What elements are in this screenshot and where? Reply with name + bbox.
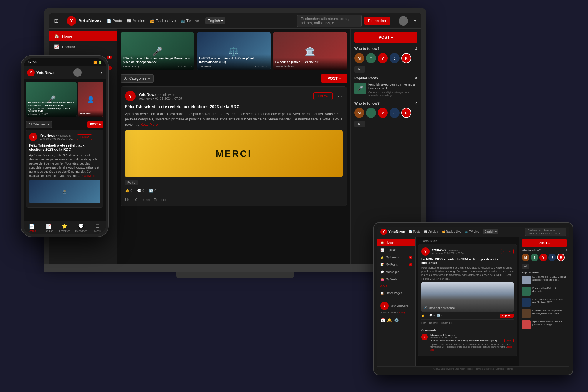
- user-avatar[interactable]: [399, 16, 408, 26]
- post-image: MERCI: [125, 130, 343, 177]
- tablet-action-buttons: Like Re-post Share LT: [421, 319, 514, 324]
- tablet-sidebar-wallet[interactable]: 👛 My Wallet: [377, 276, 415, 283]
- mobile-category-select[interactable]: All Categories ▾: [26, 121, 52, 128]
- right-all-button-2[interactable]: All: [354, 121, 365, 127]
- tablet-support-button[interactable]: Support: [500, 314, 514, 318]
- mobile-nav-menu[interactable]: ☰ Menu: [89, 223, 106, 232]
- tablet-nav-articles[interactable]: 📰Articles: [424, 230, 438, 233]
- tablet-sidebar-my-posts[interactable]: 📝 My Posts 2: [377, 261, 415, 268]
- tablet-r-avatar-5[interactable]: R: [557, 254, 565, 261]
- nav-posts[interactable]: 📄 Posts: [107, 19, 122, 23]
- category-select[interactable]: All Categories ▾: [121, 74, 154, 83]
- tablet-popular-4[interactable]: Comment évolue le système d'enseignement…: [522, 309, 567, 318]
- repost-button[interactable]: Re-post: [154, 198, 166, 202]
- right-avatar-10[interactable]: R: [401, 108, 411, 118]
- nav-radios[interactable]: 📻 Radios Live: [150, 19, 176, 23]
- mobile-hero-main[interactable]: 🎤 Tshisekedi à Bukavu : nous avions trou…: [26, 82, 77, 117]
- tablet-repost-button[interactable]: Re-post: [429, 321, 439, 324]
- tablet-icon-1[interactable]: 📅: [380, 318, 385, 322]
- mobile-nav-popular[interactable]: 📈 Popular: [40, 223, 56, 232]
- tablet-sidebar-other[interactable]: 📋 Other Pages: [377, 289, 415, 297]
- tablet-post-avatar: Y: [421, 247, 430, 256]
- tablet-sidebar-home[interactable]: 🏠 Home: [377, 239, 415, 246]
- tablet-search[interactable]: Rechercher: utilisateurs, posts, article…: [525, 228, 566, 236]
- tablet-popular-2[interactable]: Encore Miliza Katumdi demands...: [522, 287, 567, 296]
- tablet-share-button[interactable]: Share LT: [441, 321, 452, 324]
- mobile-user-avatar[interactable]: [74, 68, 82, 77]
- tablet-language[interactable]: English▾: [483, 229, 498, 234]
- right-avatar-5[interactable]: R: [401, 53, 411, 63]
- right-avatar-2[interactable]: T: [366, 53, 376, 63]
- tablet-breadcrumb[interactable]: ← Post's Details: [418, 239, 517, 242]
- tablet-all-button[interactable]: All: [522, 264, 529, 269]
- search-area: Rechercher: utilisateurs, posts, article…: [297, 15, 390, 27]
- hero-image-1[interactable]: 🎤 Félix Tshisekedi tient son meeting à B…: [121, 32, 194, 70]
- sidebar-item-home[interactable]: 🏠 Home: [49, 31, 117, 41]
- comment-button[interactable]: Comment: [135, 198, 150, 202]
- tablet-comments-section: Comments Y YetuNews • 4 followers yetune…: [421, 327, 514, 351]
- tablet-footer: © 2023 YetuNews by Fahas Vision • MediaH…: [377, 366, 569, 371]
- tablet-nav-radios[interactable]: 📻Radios Live: [442, 230, 461, 233]
- app-name: YetuNews: [78, 18, 101, 24]
- tablet-icon-3[interactable]: ⚙️: [394, 318, 399, 322]
- nav-tv[interactable]: 📺 TV Live: [181, 19, 199, 23]
- comment-follow-button[interactable]: Follow: [504, 339, 514, 342]
- right-avatar-1[interactable]: M: [354, 53, 364, 63]
- tablet-icon-2[interactable]: 🔔: [387, 318, 392, 322]
- tablet-refresh-icon[interactable]: ↺: [564, 249, 567, 252]
- search-button[interactable]: Rechercher: [364, 17, 390, 25]
- tablet-nav-tv[interactable]: 📺TV Live: [465, 230, 479, 233]
- refresh-popular-icon[interactable]: ↺: [415, 76, 417, 80]
- follow-button[interactable]: Follow: [313, 92, 333, 100]
- sidebar-item-popular[interactable]: 📈 Popular: [49, 41, 117, 52]
- mobile-chevron[interactable]: ▾: [101, 71, 102, 75]
- tablet-sidebar-messages[interactable]: 💬 Messages: [377, 268, 415, 276]
- user-chevron[interactable]: ▾: [414, 18, 416, 24]
- mobile-time: 02:50: [28, 60, 37, 64]
- right-avatar-4[interactable]: J: [390, 53, 400, 63]
- tablet-right-post-button[interactable]: POST +: [522, 239, 567, 247]
- post-button[interactable]: POST +: [321, 74, 347, 83]
- right-avatar-8[interactable]: Y: [378, 108, 388, 118]
- tablet-popular-3[interactable]: Félix Tshisekedi a été reélelu aux élect…: [522, 298, 567, 307]
- right-avatar-9[interactable]: J: [390, 108, 400, 118]
- who-to-follow-title: Who to follow?: [354, 47, 380, 51]
- tablet-popular-1[interactable]: La MONUSCO va aider la CENI à déployer d…: [522, 276, 567, 284]
- post-tag: Politic: [125, 180, 138, 185]
- hero-image-3[interactable]: 🏛️ La cour de justice... Jeanne ZIH... J…: [273, 32, 347, 70]
- mobile-read-more[interactable]: Read More: [81, 174, 95, 177]
- hero-image-2[interactable]: ⚖️ La RDC veut se retirer de la Cour pén…: [197, 32, 270, 70]
- mobile-follow-button[interactable]: Follow: [77, 134, 92, 140]
- mobile-nav-messages[interactable]: 💬 Messages: [73, 223, 89, 232]
- right-avatar-7[interactable]: T: [366, 108, 376, 118]
- mobile-more-options[interactable]: ⋮: [96, 134, 100, 140]
- mobile-nav-postes[interactable]: 📄 Postes: [24, 223, 40, 232]
- tablet-nav-posts[interactable]: 📄Posts: [409, 230, 420, 233]
- right-all-button[interactable]: All: [354, 66, 365, 73]
- tablet-r-avatar-4[interactable]: J: [548, 254, 556, 261]
- more-options-icon[interactable]: ⋯: [338, 93, 343, 99]
- right-avatar-6[interactable]: M: [354, 108, 364, 118]
- tablet-popular-5[interactable]: 5 personnes meurent en une journée à Luk…: [522, 320, 567, 329]
- tablet-sidebar-popular[interactable]: 📈 Popular: [377, 246, 415, 254]
- mobile-hero-side[interactable]: 👤 Félix elect...: [78, 82, 103, 117]
- tablet-r-avatar-2[interactable]: T: [531, 254, 538, 261]
- language-selector[interactable]: English ▾: [205, 17, 226, 24]
- refresh-icon[interactable]: ↺: [415, 47, 417, 51]
- tablet-r-avatar-3[interactable]: Y: [539, 254, 547, 261]
- tablet-follow-button[interactable]: Follow: [501, 249, 514, 254]
- grid-icon[interactable]: ⊞: [54, 18, 59, 24]
- tablet-like-button[interactable]: Like: [421, 321, 426, 324]
- tablet-r-avatar-1[interactable]: M: [522, 254, 529, 261]
- right-avatar-3[interactable]: Y: [378, 53, 388, 63]
- mobile-post-button[interactable]: POST +: [87, 121, 103, 128]
- read-more-link[interactable]: Read More: [140, 123, 158, 127]
- popular-post-1[interactable]: 🎤 Félix Tshisekedi tient son meeting à B…: [354, 83, 417, 97]
- tablet-sidebar-favorites[interactable]: ⭐ My Favorites 1: [377, 254, 415, 261]
- right-post-button[interactable]: POST +: [354, 32, 417, 43]
- post-actions: 👍 0 💬 0 ↩️ 0: [125, 187, 343, 193]
- nav-articles[interactable]: 📰 Articles: [127, 19, 145, 23]
- refresh-icon-2[interactable]: ↺: [415, 101, 417, 105]
- mobile-nav-favorites[interactable]: ⭐ Favorites: [56, 223, 73, 232]
- like-button[interactable]: Like: [125, 198, 131, 202]
